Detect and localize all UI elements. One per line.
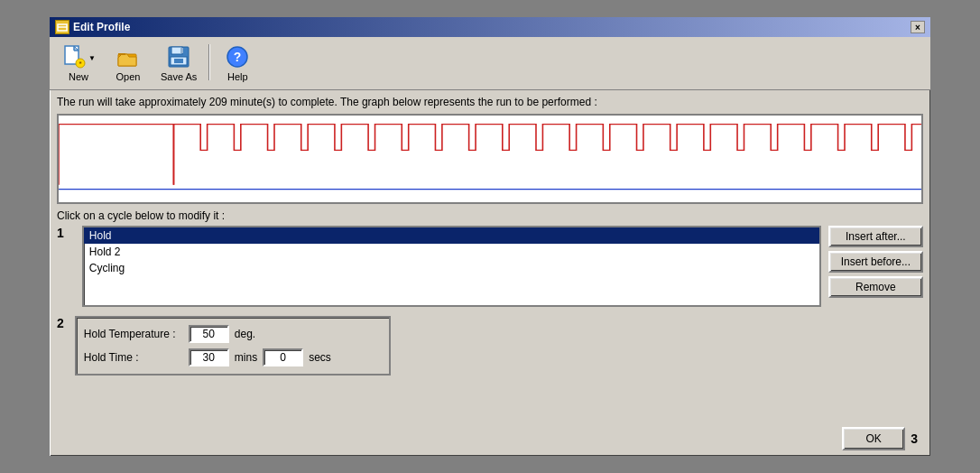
hold-time-row: Hold Time : mins secs [84, 348, 382, 366]
graph-svg [59, 116, 921, 202]
content-area: The run will take approximately 209 minu… [50, 90, 930, 422]
open-icon [116, 44, 141, 70]
cycle-buttons: Insert after... Insert before... Remove [828, 226, 923, 298]
svg-text:?: ? [234, 50, 242, 64]
cycle-list-item-cycling[interactable]: Cycling [84, 260, 819, 276]
hold-temp-input[interactable] [189, 325, 229, 343]
window-icon [55, 20, 69, 34]
close-button[interactable]: × [911, 21, 925, 33]
titlebar-left: Edit Profile [55, 20, 130, 34]
new-icon: * [61, 44, 87, 70]
marker-1-number: 1 [57, 226, 64, 240]
hold-temp-label: Hold Temperature : [84, 328, 183, 340]
new-arrow-icon: ▼ [88, 54, 96, 62]
hold-time-secs-input[interactable] [263, 348, 303, 366]
save-as-label: Save As [161, 71, 197, 82]
remove-button[interactable]: Remove [828, 276, 923, 298]
marker-2-number: 2 [57, 316, 64, 330]
marker-2: 2 [57, 316, 68, 330]
toolbar-separator [208, 44, 209, 80]
cycle-list[interactable]: Hold Hold 2 Cycling [82, 226, 821, 307]
hold-time-label: Hold Time : [84, 351, 183, 364]
marker-1: 1 [57, 226, 68, 240]
save-as-icon [166, 44, 191, 70]
cycle-section: Click on a cycle below to modify it : 1 … [57, 209, 923, 307]
cycle-section-label: Click on a cycle below to modify it : [57, 209, 923, 222]
info-text: The run will take approximately 209 minu… [57, 96, 923, 108]
hold-temp-unit: deg. [235, 328, 255, 340]
svg-rect-9 [118, 53, 125, 55]
new-button-inner: * ▼ [61, 44, 96, 71]
hold-time-mins-input[interactable] [189, 348, 229, 366]
window-title: Edit Profile [73, 21, 130, 33]
help-button[interactable]: ? Help [215, 41, 260, 86]
cycle-list-item-hold[interactable]: Hold [84, 227, 819, 244]
cycle-list-item-hold2[interactable]: Hold 2 [84, 244, 819, 260]
svg-rect-12 [180, 48, 183, 53]
open-button[interactable]: Open [106, 41, 151, 86]
params-box: Hold Temperature : deg. Hold Time : mins… [75, 316, 391, 376]
help-icon: ? [225, 44, 250, 70]
bottom-bar: OK 3 [50, 422, 930, 456]
edit-profile-window: Edit Profile × * ▼ [48, 15, 932, 458]
open-label: Open [116, 71, 140, 82]
toolbar: * ▼ New Open [50, 37, 930, 90]
ok-button[interactable]: OK [842, 427, 905, 450]
hold-time-secs-unit: secs [309, 351, 331, 364]
help-label: Help [227, 71, 248, 82]
new-button[interactable]: * ▼ New [55, 41, 102, 86]
marker-3-number: 3 [911, 431, 918, 446]
svg-rect-14 [174, 59, 183, 63]
new-label: New [69, 71, 88, 82]
save-as-button[interactable]: Save As [154, 41, 203, 86]
graph-area [57, 114, 923, 204]
insert-after-button[interactable]: Insert after... [828, 226, 923, 247]
insert-before-button[interactable]: Insert before... [828, 251, 923, 273]
hold-time-mins-unit: mins [235, 351, 257, 364]
hold-temp-row: Hold Temperature : deg. [84, 325, 382, 343]
titlebar: Edit Profile × [50, 17, 930, 37]
